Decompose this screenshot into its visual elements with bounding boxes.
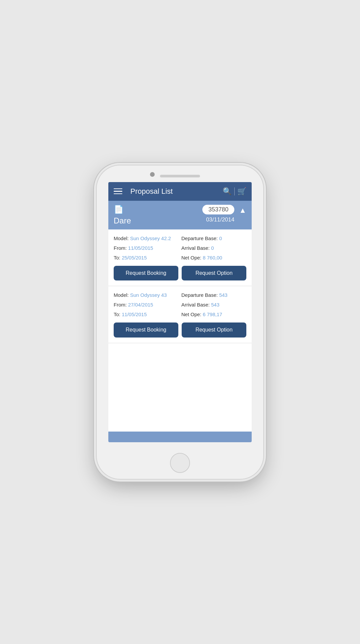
proposal-card: 📄 Dare 353780 03/11/2014 ▲ [108, 201, 252, 229]
item-1-details-grid: Model: Sun Odyssey 42.2 Departure Base: … [114, 235, 246, 261]
proposal-id-badge: 353780 [202, 205, 234, 214]
item-1-from: From: 11/05/2015 [114, 244, 179, 251]
proposal-card-left: 📄 Dare [114, 205, 131, 225]
search-icon[interactable]: 🔍 [223, 187, 232, 196]
phone-screen: Proposal List 🔍 🛒 📄 Dare 353780 03/11/20… [108, 182, 252, 442]
item-2-request-booking-button[interactable]: Request Booking [114, 323, 178, 338]
chevron-up-icon[interactable]: ▲ [239, 206, 246, 215]
proposal-card-right: 353780 03/11/2014 [202, 205, 234, 223]
proposal-card-right-inner: 353780 03/11/2014 ▲ [202, 205, 246, 223]
item-2-from: From: 27/04/2015 [114, 301, 179, 308]
items-container: Model: Sun Odyssey 42.2 Departure Base: … [108, 229, 252, 432]
hamburger-line-2 [114, 191, 122, 192]
item-1-model: Model: Sun Odyssey 42.2 [114, 235, 179, 242]
hamburger-line-3 [114, 193, 122, 194]
item-1-request-booking-button[interactable]: Request Booking [114, 266, 178, 281]
item-1-net-ope: Net Ope: 8 760,00 [181, 254, 246, 261]
proposal-date: 03/11/2014 [206, 216, 234, 223]
document-icon: 📄 [114, 205, 131, 214]
item-1-departure-base: Departure Base: 0 [181, 235, 246, 242]
menu-button[interactable] [114, 185, 126, 197]
proposal-name: Dare [114, 216, 131, 225]
cart-icon[interactable]: 🛒 [237, 187, 246, 196]
item-2-model: Model: Sun Odyssey 43 [114, 291, 179, 298]
item-2-arrival-base: Arrival Base: 543 [181, 301, 246, 308]
item-1-buttons: Request Booking Request Option [114, 266, 246, 281]
header-title: Proposal List [130, 187, 223, 196]
item-1-to: To: 25/05/2015 [114, 254, 179, 261]
item-1-request-option-button[interactable]: Request Option [182, 266, 246, 281]
phone-camera [150, 172, 155, 177]
item-2-to: To: 11/05/2015 [114, 311, 179, 318]
phone-frame: Proposal List 🔍 🛒 📄 Dare 353780 03/11/20… [97, 165, 263, 479]
home-button[interactable] [170, 453, 190, 473]
bottom-bar [108, 432, 252, 442]
header-actions: 🔍 🛒 [223, 187, 247, 196]
phone-speaker [160, 175, 200, 177]
hamburger-line-1 [114, 188, 122, 189]
phone-wrapper: Proposal List 🔍 🛒 📄 Dare 353780 03/11/20… [90, 161, 270, 483]
item-2-details-grid: Model: Sun Odyssey 43 Departure Base: 54… [114, 291, 246, 318]
app-header: Proposal List 🔍 🛒 [108, 182, 252, 201]
item-2-buttons: Request Booking Request Option [114, 323, 246, 338]
proposal-item-2: Model: Sun Odyssey 43 Departure Base: 54… [108, 286, 252, 343]
item-2-net-ope: Net Ope: 6 798,17 [181, 311, 246, 318]
proposal-item-1: Model: Sun Odyssey 42.2 Departure Base: … [108, 229, 252, 286]
item-2-request-option-button[interactable]: Request Option [182, 323, 246, 338]
item-1-arrival-base: Arrival Base: 0 [181, 244, 246, 251]
item-2-departure-base: Departure Base: 543 [181, 291, 246, 298]
header-divider [234, 187, 235, 195]
